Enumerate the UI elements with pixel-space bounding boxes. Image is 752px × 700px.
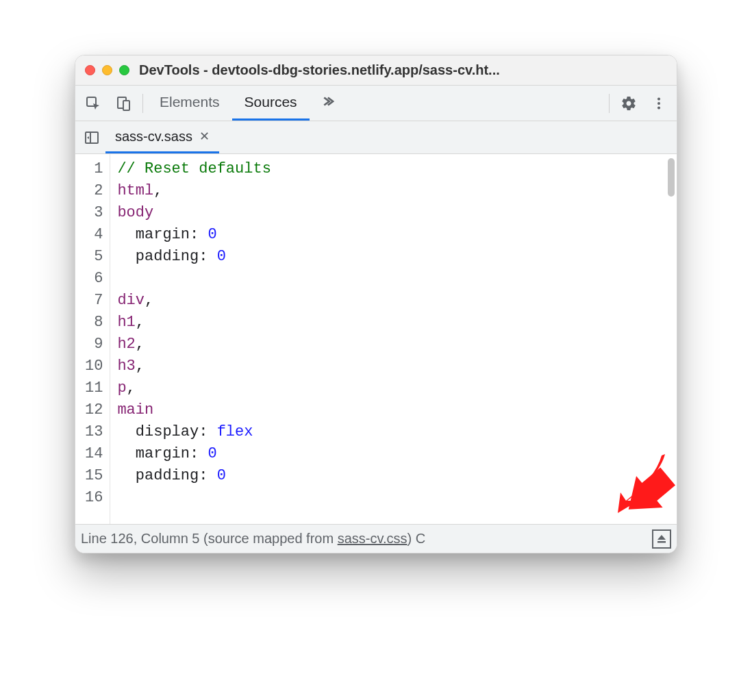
settings-icon[interactable] [614,86,644,121]
line-number: 12 [85,399,103,421]
line-number: 16 [85,487,103,509]
svg-point-5 [657,106,660,109]
file-tab-bar: sass-cv.sass ✕ [75,121,677,154]
code-line[interactable] [117,268,670,290]
titlebar: DevTools - devtools-dbg-stories.netlify.… [75,55,677,86]
code-line[interactable]: h3, [117,355,670,377]
code-line[interactable]: padding: 0 [117,465,670,487]
line-number: 1 [85,158,103,180]
close-tab-icon[interactable]: ✕ [199,129,210,144]
toolbar-divider [142,94,143,113]
toolbar-divider [609,94,610,113]
inspect-element-icon[interactable] [78,86,108,121]
source-map-link[interactable]: sass-cv.css [338,531,408,546]
code-line[interactable]: h1, [117,312,670,334]
tab-sources[interactable]: Sources [232,86,310,121]
code-line[interactable]: display: flex [117,421,670,443]
code-line[interactable]: // Reset defaults [117,158,670,180]
line-number: 2 [85,180,103,202]
minimize-window-button[interactable] [102,65,112,75]
line-number: 13 [85,421,103,443]
device-toggle-icon[interactable] [108,86,138,121]
line-number: 10 [85,355,103,377]
svg-rect-2 [123,101,129,110]
source-map-info: (source mapped from sass-cv.css) C [199,531,425,547]
svg-point-3 [657,97,660,100]
svg-point-4 [657,101,660,104]
code-line[interactable]: div, [117,290,670,312]
show-drawer-icon[interactable] [652,529,671,549]
tab-elements[interactable]: Elements [147,86,232,121]
navigator-toggle-icon[interactable] [78,129,105,146]
code-line[interactable]: margin: 0 [117,443,670,465]
window-title: DevTools - devtools-dbg-stories.netlify.… [139,62,500,78]
scrollbar-thumb[interactable] [668,158,675,197]
code-line[interactable] [117,487,670,509]
main-toolbar: Elements Sources [75,86,677,121]
line-number: 4 [85,224,103,246]
line-number: 6 [85,268,103,290]
line-number: 15 [85,465,103,487]
line-number: 9 [85,334,103,355]
code-content[interactable]: // Reset defaultshtml,body margin: 0 pad… [110,154,677,524]
cursor-position: Line 126, Column 5 [81,531,199,547]
code-line[interactable]: body [117,202,670,224]
close-window-button[interactable] [85,65,95,75]
maximize-window-button[interactable] [119,65,129,75]
file-tab-active[interactable]: sass-cv.sass ✕ [105,121,219,153]
line-number: 7 [85,290,103,312]
code-editor[interactable]: 12345678910111213141516 // Reset default… [75,154,677,524]
code-line[interactable]: main [117,399,670,421]
line-gutter: 12345678910111213141516 [75,154,110,524]
line-number: 8 [85,312,103,334]
code-line[interactable]: html, [117,180,670,202]
file-tab-label: sass-cv.sass [115,129,192,145]
line-number: 3 [85,202,103,224]
code-line[interactable]: margin: 0 [117,224,670,246]
more-tabs-icon[interactable] [310,94,344,113]
code-line[interactable]: p, [117,377,670,399]
devtools-window: DevTools - devtools-dbg-stories.netlify.… [75,55,677,553]
window-controls [85,65,129,75]
status-bar: Line 126, Column 5 (source mapped from s… [75,524,677,553]
line-number: 14 [85,443,103,465]
code-line[interactable]: h2, [117,334,670,355]
code-line[interactable]: padding: 0 [117,246,670,268]
kebab-menu-icon[interactable] [644,86,674,121]
line-number: 5 [85,246,103,268]
line-number: 11 [85,377,103,399]
svg-rect-7 [657,541,666,543]
